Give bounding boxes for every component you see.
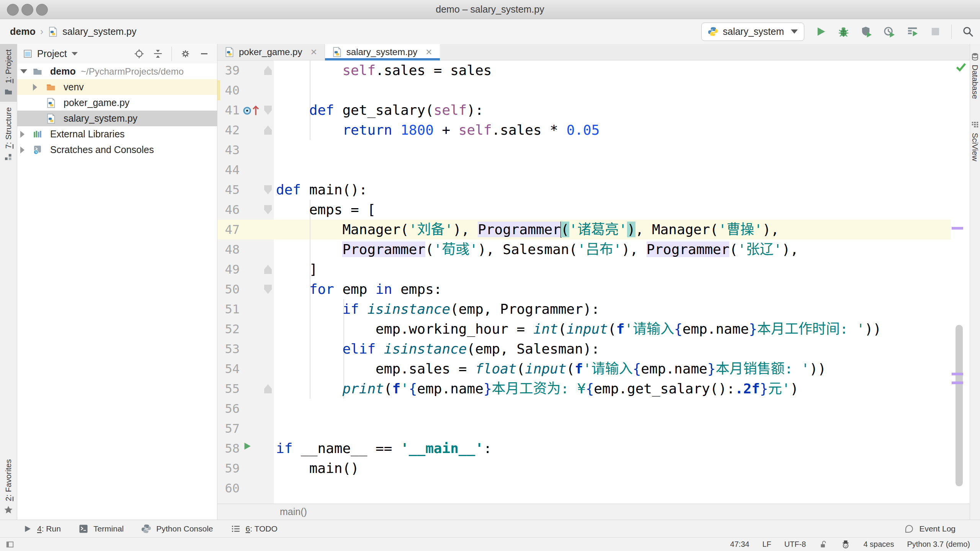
code-line[interactable]: 59 main(): [217, 458, 951, 478]
tree-expand-arrow[interactable]: [33, 84, 37, 91]
close-tab-icon[interactable]: ×: [310, 46, 317, 58]
code-line[interactable]: 53 elif isinstance(emp, Salesman):: [217, 339, 951, 359]
breadcrumb-file[interactable]: salary_system.py: [62, 26, 136, 37]
main-area: 1: Project7: Structure2: Favorites Proje…: [0, 44, 980, 520]
code-text: emp.sales = float(input(f'请输入{emp.name}本…: [276, 359, 826, 379]
tree-row-venv[interactable]: venv: [17, 79, 217, 95]
code-line[interactable]: 52 emp.working_hour = int(input(f'请输入{em…: [217, 319, 951, 339]
fold-marker-icon[interactable]: [264, 265, 272, 274]
code-line[interactable]: 40: [217, 80, 951, 100]
profile-icon: [884, 26, 895, 37]
fold-marker-icon[interactable]: [264, 106, 272, 115]
code-line[interactable]: 58if __name__ == '__main__':: [217, 439, 951, 458]
fold-marker-icon[interactable]: [264, 205, 272, 214]
tool-window-bar: 4: RunTerminalPython Console6: TODO Even…: [0, 520, 980, 537]
stripe-button-sciview[interactable]: SciView: [970, 121, 980, 161]
code-line[interactable]: 55 print(f'{emp.name}本月工资为: ¥{emp.get_sa…: [217, 379, 951, 399]
tab-poker_game-py[interactable]: poker_game.py×: [217, 44, 325, 60]
tree-expand-arrow[interactable]: [20, 147, 24, 153]
breadcrumb-project[interactable]: demo: [10, 26, 36, 37]
close-tab-icon[interactable]: ×: [426, 46, 432, 58]
code-line[interactable]: 42 return 1800 + self.sales * 0.05: [217, 120, 951, 140]
breadcrumb: demo › salary_system.py: [0, 26, 136, 37]
fold-marker-icon[interactable]: [264, 285, 272, 294]
stripe-button-1-project[interactable]: 1: Project: [0, 44, 17, 102]
code-line[interactable]: 39 self.sales = sales: [217, 60, 951, 80]
status-interpreter[interactable]: Python 3.7 (demo): [907, 540, 970, 549]
fold-marker-icon[interactable]: [264, 126, 272, 135]
debug-button[interactable]: [836, 25, 850, 39]
tree-item-label: poker_game.py: [64, 97, 129, 108]
status-file-encoding[interactable]: UTF-8: [784, 540, 806, 549]
status-caret-position[interactable]: 47:34: [730, 540, 749, 549]
status-label: 4 spaces: [863, 540, 894, 549]
line-number: 51: [217, 299, 240, 319]
toolwindow-button-4-run[interactable]: 4: Run: [22, 524, 61, 534]
run-configuration-select[interactable]: salary_system: [701, 23, 804, 41]
code-line[interactable]: 50 for emp in emps:: [217, 279, 951, 299]
code-line[interactable]: 54 emp.sales = float(input(f'请输入{emp.nam…: [217, 359, 951, 379]
concurrency-diagram-button[interactable]: [905, 25, 919, 39]
toolwindow-button-label: 4: Run: [37, 524, 61, 533]
tab-salary_system-py[interactable]: salary_system.py×: [325, 44, 440, 60]
code-line[interactable]: 45def main():: [217, 180, 951, 200]
code-line[interactable]: 46 emps = [: [217, 200, 951, 220]
status-readonly-toggle[interactable]: [819, 540, 828, 549]
hide-panel-icon[interactable]: [199, 49, 209, 59]
run-with-coverage-button[interactable]: [859, 25, 873, 39]
tree-row-demo[interactable]: demo~/PycharmProjects/demo: [17, 64, 217, 79]
override-method-icon[interactable]: [242, 103, 262, 117]
code-text: main(): [276, 458, 359, 478]
scrollbar-thumb[interactable]: [956, 325, 963, 486]
code-line[interactable]: 51 if isinstance(emp, Programmer):: [217, 299, 951, 319]
status-inspections-level[interactable]: [841, 540, 850, 549]
tree-expand-arrow[interactable]: [20, 69, 27, 73]
status-line-separator[interactable]: LF: [762, 540, 771, 549]
settings-gear-icon[interactable]: [180, 49, 191, 59]
stripe-button-database[interactable]: Database: [970, 52, 980, 99]
tree-row-salary_system-py[interactable]: salary_system.py: [17, 111, 217, 126]
profile-button[interactable]: [882, 25, 896, 39]
fold-marker-icon[interactable]: [264, 384, 272, 393]
stripe-button-7-structure[interactable]: 7: Structure: [0, 102, 17, 167]
fold-marker-icon[interactable]: [264, 66, 272, 75]
run-line-icon[interactable]: [242, 441, 252, 455]
locate-icon[interactable]: [134, 49, 144, 59]
stripe-button-2-favorites[interactable]: 2: Favorites: [0, 454, 17, 520]
code-line[interactable]: 49 ]: [217, 259, 951, 279]
run-button[interactable]: [813, 25, 827, 39]
code-text: ]: [276, 259, 317, 279]
stripe-toggle-icon[interactable]: [5, 540, 15, 549]
code-line[interactable]: 57: [217, 419, 951, 439]
stop-button[interactable]: [928, 25, 942, 39]
toolwindow-button-label: Terminal: [93, 524, 124, 533]
toolwindow-button-6-todo[interactable]: 6: TODO: [231, 524, 278, 534]
code-line[interactable]: 56: [217, 399, 951, 419]
line-number: 44: [217, 160, 240, 180]
tree-row-external-libraries[interactable]: External Libraries: [17, 126, 217, 142]
line-number: 46: [217, 200, 240, 220]
code-line[interactable]: 41 def get_salary(self):: [217, 100, 951, 120]
code-line[interactable]: 43: [217, 140, 951, 160]
toolwindow-button-event-log[interactable]: Event Log: [904, 524, 956, 534]
code-line[interactable]: 60: [217, 478, 951, 498]
editor[interactable]: 39 self.sales = sales4041 def get_salary…: [217, 60, 970, 504]
tree-row-scratches-and-consoles[interactable]: Scratches and Consoles: [17, 142, 217, 158]
code-line[interactable]: 47 Manager('刘备'), Programmer('诸葛亮'), Man…: [217, 220, 951, 240]
status-bar: 47:34LFUTF-84 spacesPython 3.7 (demo): [0, 537, 980, 551]
code-line[interactable]: 48 Programmer('荀彧'), Salesman('吕布'), Pro…: [217, 240, 951, 259]
code-line[interactable]: 44: [217, 160, 951, 180]
inspections-ok-icon: [955, 61, 967, 73]
status-indent-config[interactable]: 4 spaces: [863, 540, 894, 549]
toolwindow-button-terminal[interactable]: Terminal: [78, 524, 124, 534]
editor-scrollbar: [951, 60, 970, 504]
search-everywhere-button[interactable]: [961, 25, 975, 39]
fold-marker-icon[interactable]: [264, 185, 272, 194]
editor-breadcrumb-item[interactable]: main(): [280, 506, 307, 517]
chevron-down-icon[interactable]: [72, 52, 78, 55]
collapse-all-icon[interactable]: [153, 49, 163, 59]
toolwindow-button-python-console[interactable]: Python Console: [141, 524, 213, 534]
divider: [172, 47, 172, 61]
tree-row-poker_game-py[interactable]: poker_game.py: [17, 95, 217, 111]
tree-expand-arrow[interactable]: [20, 131, 24, 138]
